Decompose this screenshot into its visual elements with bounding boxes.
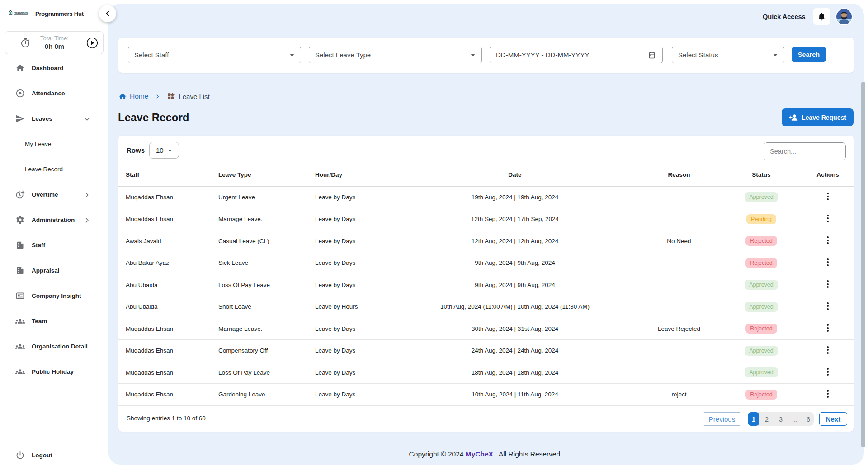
svg-text:H: H [28, 11, 30, 14]
svg-text:Programmers: Programmers [14, 11, 28, 14]
